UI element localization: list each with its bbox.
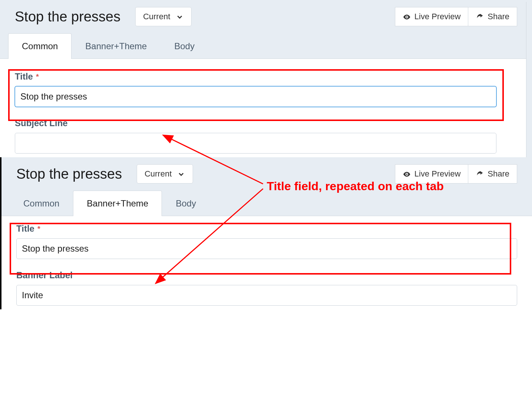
live-preview-label: Live Preview	[415, 169, 461, 179]
title-field-group: Title *	[10, 216, 524, 263]
form-area: Title * Banner Label	[1, 216, 532, 309]
banner-label-field-group: Banner Label	[10, 263, 524, 309]
page-title: Stop the presses	[15, 9, 120, 25]
title-input[interactable]	[15, 86, 496, 107]
title-label-text: Title	[16, 223, 34, 234]
share-label: Share	[488, 12, 509, 21]
chevron-down-icon	[176, 169, 185, 179]
required-indicator: *	[37, 225, 40, 233]
title-input[interactable]	[16, 238, 517, 259]
title-label: Title *	[15, 71, 496, 82]
form-area: Title * Subject Line	[0, 59, 532, 157]
tab-banner-theme[interactable]: Banner+Theme	[73, 191, 162, 216]
eye-icon	[403, 12, 411, 21]
chevron-down-icon	[174, 12, 184, 21]
subject-line-label-text: Subject Line	[15, 118, 68, 128]
live-preview-button[interactable]: Live Preview	[395, 7, 468, 26]
tab-bar: CommonBanner+ThemeBody	[0, 33, 532, 59]
title-field-group: Title *	[8, 59, 503, 111]
tab-common[interactable]: Common	[10, 191, 73, 216]
version-dropdown[interactable]: Current	[135, 7, 191, 26]
subject-line-label: Subject Line	[15, 118, 496, 128]
title-label-text: Title	[15, 71, 33, 82]
version-label: Current	[143, 12, 170, 21]
tab-body[interactable]: Body	[162, 191, 210, 216]
share-button[interactable]: Share	[468, 164, 517, 184]
subject-line-field-group: Subject Line	[8, 111, 503, 157]
share-button[interactable]: Share	[468, 7, 517, 26]
subject-line-input[interactable]	[15, 133, 496, 154]
version-dropdown[interactable]: Current	[137, 164, 193, 184]
banner-label-label: Banner Label	[16, 270, 517, 280]
screenshot-0: Stop the presses Current Live Preview Sh…	[0, 0, 532, 157]
required-indicator: *	[36, 73, 39, 81]
banner-label-label-text: Banner Label	[16, 270, 73, 280]
tab-common[interactable]: Common	[8, 33, 72, 59]
header-actions: Live Preview Share	[395, 7, 517, 26]
live-preview-label: Live Preview	[415, 12, 461, 21]
sidebar-clip	[526, 2, 532, 176]
tab-body[interactable]: Body	[160, 33, 208, 59]
editor-header: Stop the presses Current Live Preview Sh…	[0, 0, 532, 33]
screenshot-1: Stop the presses Current Live Preview Sh…	[0, 157, 532, 309]
share-icon	[476, 12, 484, 21]
version-label: Current	[144, 169, 172, 179]
annotation-text: Title field, repeated on each tab	[267, 179, 444, 193]
tab-bar: CommonBanner+ThemeBody	[1, 191, 532, 216]
share-icon	[476, 169, 484, 179]
share-label: Share	[488, 169, 509, 179]
banner-label-input[interactable]	[16, 285, 517, 306]
eye-icon	[403, 169, 411, 179]
title-label: Title *	[16, 223, 517, 234]
page-title: Stop the presses	[16, 166, 122, 182]
tab-banner-theme[interactable]: Banner+Theme	[72, 33, 160, 59]
